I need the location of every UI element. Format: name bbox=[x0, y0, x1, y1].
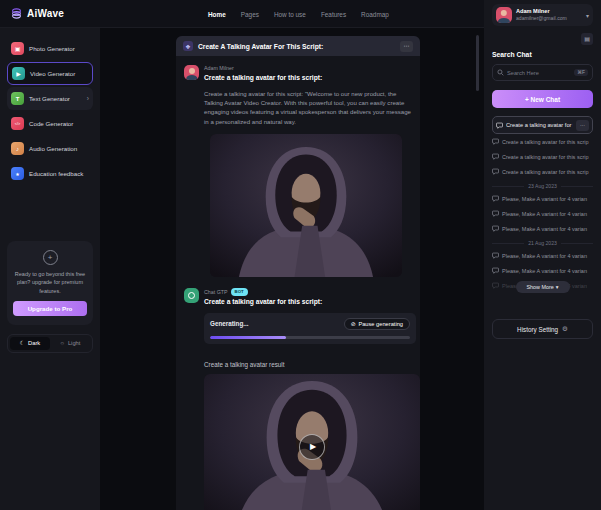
theme-toggle: ☾ Dark ☼ Light bbox=[7, 334, 93, 353]
play-button[interactable]: ▶ bbox=[299, 434, 325, 460]
scrollbar[interactable] bbox=[476, 35, 479, 91]
sidebar-item-photo-generator[interactable]: ▣ Photo Generator bbox=[7, 37, 93, 60]
upgrade-to-pro-button[interactable]: Upgrade to Pro bbox=[13, 301, 87, 316]
chat-item-label: Create a talking avatar for this scrip bbox=[502, 139, 589, 145]
nav-features[interactable]: Features bbox=[321, 11, 346, 18]
logo-text: AiWave bbox=[27, 8, 64, 19]
avatar-source-image bbox=[210, 134, 402, 277]
logo-icon bbox=[10, 7, 23, 20]
chat-main: ❖ Create A Talking Avatar For This Scrip… bbox=[100, 28, 484, 510]
chat-list-item[interactable]: Please, Make A variant for 4 varian bbox=[492, 263, 593, 278]
chevron-down-icon: ▾ bbox=[586, 12, 589, 19]
chat-list-item[interactable]: Please, Make A variant for 4 varian bbox=[492, 221, 593, 236]
sidebar-toggle-button[interactable]: ▤ bbox=[581, 33, 593, 45]
chat-list-item[interactable]: Please, Make A variant for 4 varian bbox=[492, 191, 593, 206]
sidebar-item-label: Code Generator bbox=[29, 120, 73, 127]
chat-list-item[interactable]: Please, Make A variant for 4 varian bbox=[492, 206, 593, 221]
education-feedback-icon: ★ bbox=[11, 167, 24, 180]
video-generator-icon: ▶ bbox=[12, 67, 25, 80]
pause-label: Pause generating bbox=[358, 321, 403, 327]
bot-heading: Create a talking avatar for this script: bbox=[204, 298, 322, 307]
search-shortcut-badge: ⌘F bbox=[574, 69, 588, 76]
sun-icon: ☼ bbox=[60, 340, 65, 346]
chat-messages: Adam Milner Create a talking avatar for … bbox=[176, 56, 420, 510]
sidebar-item-text-generator[interactable]: T Text Generator › bbox=[7, 87, 93, 110]
show-more-button[interactable]: Show More ▾ bbox=[516, 281, 570, 293]
generating-progress-fill bbox=[210, 336, 286, 339]
chat-icon bbox=[492, 195, 499, 202]
bot-author: Chat GTP Bot bbox=[204, 288, 322, 296]
main-nav: Home Pages How to use Features Roadmap bbox=[208, 0, 389, 28]
chat-item-options-button[interactable]: ⋯ bbox=[576, 120, 589, 131]
nav-roadmap[interactable]: Roadmap bbox=[361, 11, 389, 18]
app: AiWave Home Pages How to use Features Ro… bbox=[0, 0, 601, 510]
chat-options-button[interactable]: ⋯ bbox=[400, 41, 413, 52]
search-chat-title: Search Chat bbox=[492, 51, 593, 58]
search-input[interactable] bbox=[507, 70, 571, 76]
upgrade-text: Ready to go beyond this free plan? upgra… bbox=[13, 270, 87, 295]
code-generator-icon: </> bbox=[11, 117, 24, 130]
chevron-right-icon: › bbox=[87, 95, 89, 102]
date-separator: 23 Aug 2023 bbox=[492, 183, 593, 189]
logo[interactable]: AiWave bbox=[0, 7, 74, 20]
show-more-label: Show More bbox=[527, 284, 554, 290]
sidebar-item-label: Video Generator bbox=[30, 70, 75, 77]
message-body: Create a talking avatar for this script:… bbox=[204, 89, 416, 127]
theme-dark-label: Dark bbox=[28, 340, 40, 346]
chat-item-label: Please, Make A variant for 4 varian bbox=[502, 211, 587, 217]
chat-list-item[interactable]: Create a talking avatar for this scrip bbox=[492, 134, 593, 149]
history-setting-button[interactable]: History Setting ⚙ bbox=[492, 319, 593, 339]
chat-icon bbox=[492, 153, 499, 160]
generating-card: Generating... ⊘ Pause generating bbox=[204, 313, 416, 344]
chat-icon bbox=[492, 210, 499, 217]
user-message: Adam Milner Create a talking avatar for … bbox=[184, 65, 412, 277]
chat-list-item[interactable]: Create a talking avatar for this scrip bbox=[492, 164, 593, 179]
nav-how-to-use[interactable]: How to use bbox=[274, 11, 306, 18]
profile-email: adamilner@gmail.com bbox=[516, 15, 567, 22]
pause-generating-button[interactable]: ⊘ Pause generating bbox=[344, 318, 410, 330]
active-chat-item[interactable]: Create a talking avatar for this scrip ⋯ bbox=[492, 116, 593, 134]
chat-list-item[interactable]: Create a talking avatar for this scrip bbox=[492, 149, 593, 164]
theme-light-button[interactable]: ☼ Light bbox=[50, 337, 90, 350]
text-generator-icon: T bbox=[11, 92, 24, 105]
moon-icon: ☾ bbox=[20, 340, 25, 346]
chat-icon bbox=[492, 252, 499, 259]
bot-logo-icon bbox=[188, 292, 195, 299]
chevron-down-icon: ▾ bbox=[556, 284, 559, 290]
avatar-result-video: ▶ bbox=[204, 374, 420, 510]
search-icon bbox=[497, 69, 504, 76]
nav-home[interactable]: Home bbox=[208, 11, 226, 18]
message-heading: Create a talking avatar for this script: bbox=[204, 74, 322, 83]
chat-icon bbox=[492, 168, 499, 175]
right-sidebar: Adam Milner adamilner@gmail.com ▾ ▤ Sear… bbox=[484, 0, 601, 510]
sidebar-item-education-feedback[interactable]: ★ Education feedback bbox=[7, 162, 93, 185]
theme-light-label: Light bbox=[68, 340, 81, 346]
date-label: 21 Aug 2023 bbox=[528, 240, 557, 246]
profile-name: Adam Milner bbox=[516, 8, 567, 15]
new-chat-button[interactable]: + New Chat bbox=[492, 90, 593, 108]
chat-item-label: Please, Make A variant for 4 varian bbox=[502, 196, 587, 202]
user-avatar bbox=[184, 65, 199, 80]
chat-list-item[interactable]: Please, Make A variant for 4 varian bbox=[492, 248, 593, 263]
sidebar-item-video-generator[interactable]: ▶ Video Generator bbox=[7, 62, 93, 85]
bot-name: Chat GTP bbox=[204, 289, 228, 296]
chat-panel: ❖ Create A Talking Avatar For This Scrip… bbox=[176, 36, 420, 510]
sidebar-item-label: Text Generator bbox=[29, 95, 70, 102]
generating-label: Generating... bbox=[210, 320, 249, 327]
profile-menu[interactable]: Adam Milner adamilner@gmail.com ▾ bbox=[492, 4, 593, 26]
theme-dark-button[interactable]: ☾ Dark bbox=[10, 337, 50, 350]
result-label: Create a talking avatar result bbox=[204, 361, 412, 368]
sidebar-item-audio-generation[interactable]: ♪ Audio Generation bbox=[7, 137, 93, 160]
chat-item-label: Please, Make A variant for 4 varian bbox=[502, 226, 587, 232]
active-chat-label: Create a talking avatar for this scrip bbox=[506, 122, 573, 128]
photo-generator-icon: ▣ bbox=[11, 42, 24, 55]
sidebar-item-code-generator[interactable]: </> Code Generator bbox=[7, 112, 93, 135]
nav-pages[interactable]: Pages bbox=[241, 11, 259, 18]
generating-progress-track bbox=[210, 336, 410, 339]
date-label: 23 Aug 2023 bbox=[528, 183, 557, 189]
bot-message: Chat GTP Bot Create a talking avatar for… bbox=[184, 288, 412, 510]
search-box: ⌘F bbox=[492, 64, 593, 81]
video-overlay: ▶ bbox=[204, 374, 420, 510]
plus-circle-icon: + bbox=[43, 250, 58, 265]
script-icon: ❖ bbox=[183, 41, 193, 51]
